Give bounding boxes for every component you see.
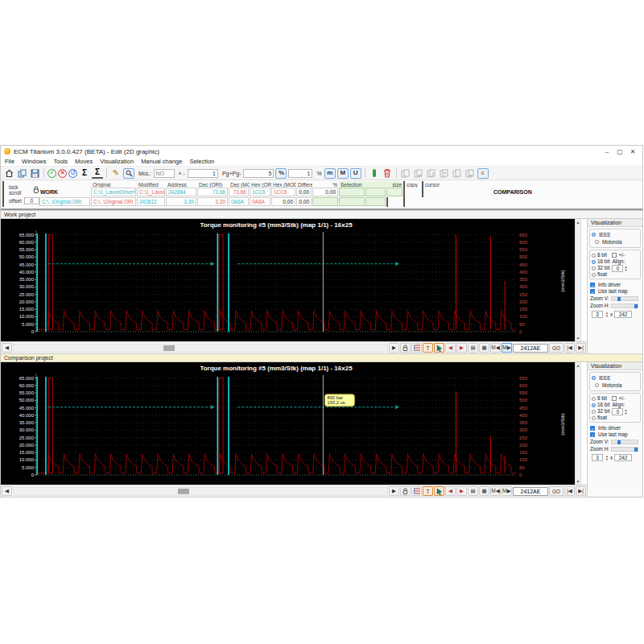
- comparison-original[interactable]: C:\..\Original.ORI: [39, 197, 90, 206]
- comparison-selection-start[interactable]: [312, 197, 338, 206]
- paste-special-icon[interactable]: [464, 167, 476, 179]
- checksum-button[interactable]: c: [477, 168, 489, 179]
- work-original[interactable]: C:\1_LavoriDriver\OR: [91, 188, 136, 196]
- slider-thumb[interactable]: [617, 440, 621, 444]
- radio-16-bit[interactable]: 16 bit: [592, 402, 609, 407]
- menu-windows[interactable]: Windows: [22, 158, 46, 165]
- zoom-v-slider[interactable]: [611, 296, 638, 301]
- list-view-button[interactable]: [411, 486, 422, 496]
- work-hex-ori[interactable]: 1CC6: [250, 188, 270, 196]
- zoom-step-field[interactable]: 3: [592, 454, 603, 461]
- menu-moves[interactable]: Moves: [75, 158, 93, 165]
- address-field[interactable]: 2412AE: [513, 487, 548, 496]
- text-tool-button[interactable]: T: [423, 486, 433, 496]
- step-back-button[interactable]: ◀: [445, 486, 456, 496]
- zoom-width-field[interactable]: 242: [614, 454, 632, 461]
- last-map-button[interactable]: ▶|: [576, 343, 586, 353]
- hscroll-thumb[interactable]: [178, 489, 189, 494]
- sign-checkbox[interactable]: +/-: [612, 252, 625, 258]
- grid-view-button[interactable]: ▦: [479, 343, 489, 353]
- use-last-map-checkbox[interactable]: ✓Use last map: [590, 288, 642, 294]
- first-map-button[interactable]: |◀: [564, 486, 575, 496]
- confirm-icon[interactable]: ✓: [47, 169, 56, 178]
- scroll-down-icon[interactable]: ▼: [576, 336, 580, 341]
- scroll-left-icon[interactable]: ◀: [2, 486, 12, 496]
- motorola-radio[interactable]: Motorola: [595, 382, 622, 388]
- percent-field[interactable]: 1: [288, 169, 312, 178]
- table-view-button[interactable]: ▤: [468, 486, 478, 496]
- slider-thumb[interactable]: [617, 297, 621, 301]
- padlock-icon[interactable]: [33, 186, 39, 194]
- work-selection-size[interactable]: [386, 188, 402, 196]
- go-button[interactable]: GO: [549, 486, 564, 496]
- grid-view-button[interactable]: ▦: [479, 486, 489, 496]
- zoom-v-slider[interactable]: [611, 440, 638, 444]
- sigma-icon[interactable]: Σ: [79, 167, 90, 179]
- undo-icon[interactable]: ↺: [68, 169, 77, 178]
- hscroll-thumb[interactable]: [163, 345, 175, 351]
- menu-file[interactable]: File: [5, 158, 14, 165]
- last-map-button[interactable]: ▶|: [576, 486, 586, 496]
- menu-tools[interactable]: Tools: [54, 158, 68, 165]
- chart-svg[interactable]: Torque monitoring #5 (mm3/Stk) (map 1/1)…: [1, 219, 575, 341]
- minimize-icon[interactable]: –: [601, 148, 613, 155]
- scroll-up-icon[interactable]: ▲: [576, 220, 580, 225]
- scroll-right-icon[interactable]: ▶: [389, 486, 399, 496]
- save-icon[interactable]: [29, 167, 40, 179]
- spinner-arrows-icon[interactable]: ▲▼: [624, 409, 627, 415]
- motorola-radio[interactable]: Motorola: [595, 239, 622, 245]
- radio-float[interactable]: float: [592, 415, 609, 420]
- address-field[interactable]: 2412AE: [513, 344, 548, 353]
- spinner-arrows-icon[interactable]: ▲▼: [605, 312, 609, 318]
- step-forward-button[interactable]: ▶: [456, 486, 467, 496]
- info-driver-checkbox[interactable]: ✓Info driver: [590, 425, 642, 431]
- page-field[interactable]: 5: [243, 169, 274, 178]
- radio-8-bit[interactable]: 8 bit: [592, 395, 609, 401]
- work-dec-ori[interactable]: 73,66: [197, 188, 228, 196]
- menu-visualization[interactable]: Visualization: [100, 158, 134, 165]
- work-selection-start[interactable]: [339, 188, 365, 196]
- scroll-right-icon[interactable]: ▶: [389, 343, 399, 353]
- copy-selection-icon[interactable]: [400, 167, 411, 179]
- radio-float[interactable]: float: [592, 271, 609, 277]
- comparison-dec-mod[interactable]: 3,30: [197, 197, 228, 206]
- max-button[interactable]: M: [337, 168, 349, 179]
- scroll-left-icon[interactable]: ◀: [2, 343, 12, 353]
- ieee-radio[interactable]: IEEE: [592, 375, 610, 381]
- copy-right-icon[interactable]: [413, 167, 424, 179]
- radio-32-bit[interactable]: 32 bit: [592, 408, 609, 414]
- chart-vertical-scrollbar[interactable]: ▲▼: [575, 219, 581, 341]
- sigma-total-icon[interactable]: Σ: [92, 167, 103, 179]
- menu-manual-change[interactable]: Manual change: [141, 158, 182, 165]
- comparison-selection-size[interactable]: [365, 197, 386, 206]
- pencil-icon[interactable]: ✎: [110, 167, 122, 179]
- pointer-tool-button[interactable]: [434, 343, 444, 353]
- work-address[interactable]: 242884: [166, 188, 196, 196]
- copy-down-icon[interactable]: [426, 167, 437, 179]
- sign-checkbox[interactable]: +/-: [612, 395, 625, 401]
- go-button[interactable]: GO: [549, 343, 564, 353]
- step-back-button[interactable]: ◀: [445, 343, 456, 353]
- chart-vertical-scrollbar[interactable]: ▲▼: [575, 362, 581, 485]
- min-button[interactable]: m: [324, 168, 336, 179]
- paste-icon[interactable]: [452, 167, 463, 179]
- list-view-button[interactable]: [411, 343, 422, 353]
- align-field[interactable]: 0: [612, 265, 623, 272]
- slider-thumb[interactable]: [634, 448, 638, 452]
- lock-button[interactable]: [400, 486, 411, 496]
- map-next-button[interactable]: M▶: [502, 486, 512, 496]
- cancel-icon[interactable]: ✕: [58, 169, 67, 178]
- menu-selection[interactable]: Selection: [189, 158, 214, 165]
- marker-icon[interactable]: [369, 167, 380, 179]
- comparison-hex-ori[interactable]: 0A6A: [229, 197, 249, 206]
- spinner-arrows-icon[interactable]: ▲▼: [624, 266, 627, 272]
- align-field[interactable]: 0: [612, 408, 623, 415]
- map-prev-button[interactable]: M◀: [490, 343, 501, 353]
- pointer-tool-button[interactable]: [434, 486, 444, 496]
- info-driver-checkbox[interactable]: ✓Info driver: [590, 282, 642, 287]
- offset-field[interactable]: 0: [24, 197, 39, 204]
- slider-thumb[interactable]: [634, 304, 638, 308]
- trash-icon[interactable]: [382, 167, 393, 179]
- unit-button[interactable]: U: [350, 168, 361, 179]
- chart-svg[interactable]: Torque monitoring #5 (mm3/Stk) (map 1/1)…: [1, 362, 575, 485]
